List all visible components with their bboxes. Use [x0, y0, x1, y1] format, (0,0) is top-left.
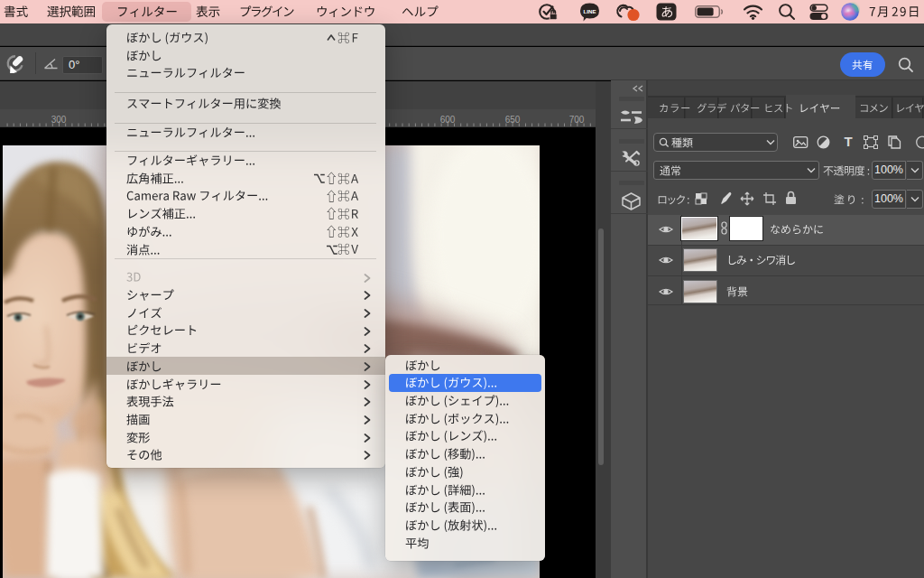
svg-text:LINE: LINE: [583, 8, 596, 14]
